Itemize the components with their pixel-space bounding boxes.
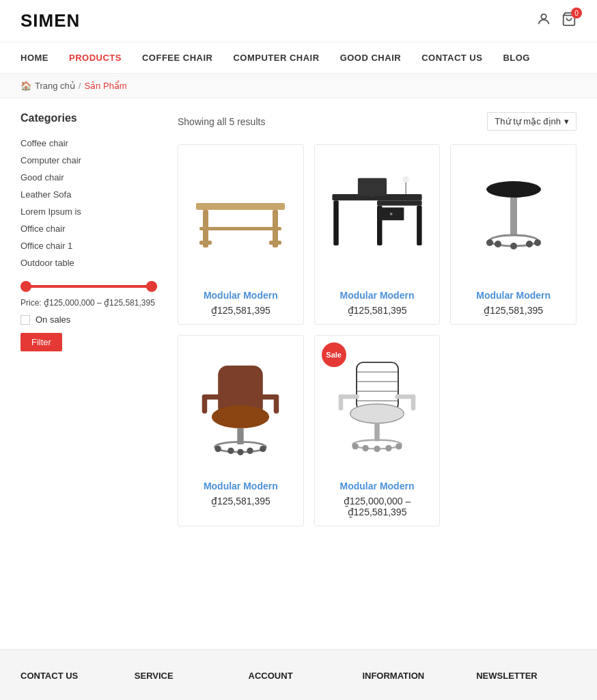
breadcrumb-home-link[interactable]: Trang chủ	[35, 81, 75, 91]
svg-point-53	[395, 443, 402, 449]
product-grid: Modular Modern ₫125,581,395	[178, 144, 577, 526]
footer-contact-title: CONTACT US	[20, 671, 121, 681]
filter-button[interactable]: Filter	[20, 333, 62, 351]
svg-rect-6	[269, 241, 281, 245]
sale-badge: Sale	[322, 342, 346, 367]
header-icons: 0	[536, 12, 577, 30]
breadcrumb-home-icon: 🏠	[20, 81, 31, 91]
svg-point-0	[541, 14, 546, 19]
sort-select[interactable]: Thứ tự mặc định ▾	[487, 112, 577, 131]
on-sales-row: On sales	[20, 314, 157, 325]
footer-col-newsletter: NEWSLETTER	[476, 671, 577, 689]
nav-blog[interactable]: BLOG	[503, 42, 530, 73]
breadcrumb-separator: /	[79, 81, 81, 91]
product-card-5[interactable]: Sale	[314, 335, 441, 526]
product-info-1: Modular Modern ₫125,581,395	[178, 282, 303, 324]
svg-rect-48	[339, 394, 344, 410]
sidebar-item-computer-chair[interactable]: Computer chair	[20, 152, 157, 169]
sidebar-item-lorem-ipsum[interactable]: Lorem Ipsum is	[20, 203, 157, 220]
svg-rect-2	[196, 203, 285, 210]
footer-grid: CONTACT US SERVICE ACCOUNT INFORMATION N…	[20, 671, 577, 689]
footer: CONTACT US SERVICE ACCOUNT INFORMATION N…	[0, 649, 597, 700]
product-card-2[interactable]: Modular Modern ₫125,581,395	[314, 144, 441, 325]
product-info-4: Modular Modern ₫125,581,395	[178, 472, 303, 515]
products-area: Showing all 5 results Thứ tự mặc định ▾	[178, 112, 577, 526]
price-range-thumb-right[interactable]	[146, 281, 157, 292]
sidebar-item-leather-sofa[interactable]: Leather Sofa	[20, 186, 157, 203]
svg-point-38	[247, 448, 253, 454]
nav-coffee-chair[interactable]: COFFEE CHAIR	[142, 42, 213, 73]
svg-point-37	[228, 448, 234, 454]
footer-col-service: SERVICE	[135, 671, 235, 689]
svg-rect-31	[202, 394, 208, 414]
sidebar-item-office-chair[interactable]: Office chair	[20, 220, 157, 237]
svg-point-36	[260, 446, 266, 452]
svg-point-23	[534, 239, 541, 246]
product-price-5: ₫125,000,000 – ₫125,581,395	[323, 496, 432, 517]
product-card-3[interactable]: Modular Modern ₫125,581,395	[450, 144, 577, 325]
sidebar-item-coffee-chair[interactable]: Coffee chair	[20, 135, 157, 152]
footer-newsletter-title: NEWSLETTER	[476, 671, 577, 681]
main-content: Categories Coffee chair Computer chair G…	[0, 98, 597, 540]
footer-col-contact: CONTACT US	[20, 671, 121, 689]
footer-information-title: INFORMATION	[362, 671, 462, 681]
logo: SIMEN	[20, 10, 80, 31]
user-icon[interactable]	[536, 12, 551, 30]
svg-point-45	[350, 404, 404, 423]
product-card-4[interactable]: Modular Modern ₫125,581,395	[178, 335, 304, 526]
sidebar-item-good-chair[interactable]: Good chair	[20, 169, 157, 186]
product-price-3: ₫125,581,395	[459, 305, 568, 316]
nav-contact-us[interactable]: CONTACT US	[421, 42, 482, 73]
breadcrumb: 🏠 Trang chủ / Sản Phẩm	[0, 74, 597, 98]
product-info-3: Modular Modern ₫125,581,395	[451, 282, 576, 324]
svg-point-56	[374, 446, 380, 452]
svg-point-35	[215, 446, 221, 452]
sidebar-item-outdoor-table[interactable]: Outdoor table	[20, 254, 157, 271]
svg-rect-50	[374, 423, 380, 441]
price-range-thumb-left[interactable]	[20, 281, 31, 292]
svg-point-55	[385, 445, 391, 451]
svg-point-54	[362, 445, 368, 451]
on-sales-checkbox[interactable]	[20, 315, 30, 325]
footer-account-title: ACCOUNT	[249, 671, 349, 681]
product-name-1: Modular Modern	[186, 290, 295, 301]
breadcrumb-current: Sản Phẩm	[84, 81, 126, 91]
price-range-fill	[20, 285, 157, 288]
results-count: Showing all 5 results	[178, 116, 265, 127]
svg-point-22	[486, 239, 493, 246]
product-price-4: ₫125,581,395	[186, 496, 295, 507]
svg-point-24	[510, 243, 517, 250]
product-name-2: Modular Modern	[323, 290, 432, 301]
svg-rect-13	[358, 178, 387, 196]
on-sales-label: On sales	[36, 314, 70, 325]
sidebar-item-office-chair-1[interactable]: Office chair 1	[20, 237, 157, 254]
products-header: Showing all 5 results Thứ tự mặc định ▾	[178, 112, 577, 131]
svg-point-25	[495, 241, 501, 247]
product-image-3	[451, 145, 576, 282]
nav-home[interactable]: HOME	[20, 42, 48, 73]
svg-rect-32	[274, 394, 279, 414]
svg-rect-11	[417, 206, 422, 245]
price-range-track[interactable]	[20, 285, 157, 288]
svg-point-28	[212, 405, 269, 429]
svg-point-52	[352, 443, 358, 449]
footer-col-account: ACCOUNT	[249, 671, 349, 689]
svg-rect-49	[411, 394, 416, 410]
sort-label: Thứ tự mặc định	[495, 116, 561, 126]
product-price-1: ₫125,581,395	[186, 305, 295, 316]
footer-service-title: SERVICE	[135, 671, 235, 681]
nav-computer-chair[interactable]: COMPUTER CHAIR	[233, 42, 319, 73]
nav-good-chair[interactable]: GOOD CHAIR	[340, 42, 402, 73]
nav-products[interactable]: PRODUCTS	[69, 42, 122, 73]
svg-point-18	[390, 213, 393, 215]
product-image-4	[178, 336, 303, 472]
spacer	[0, 540, 597, 622]
product-name-4: Modular Modern	[186, 481, 295, 492]
svg-rect-14	[370, 194, 375, 198]
product-image-2	[315, 145, 440, 282]
cart-icon[interactable]: 0	[561, 12, 577, 30]
svg-point-26	[526, 241, 533, 247]
sort-chevron-icon: ▾	[564, 116, 569, 126]
product-card-1[interactable]: Modular Modern ₫125,581,395	[178, 144, 304, 325]
svg-rect-7	[199, 227, 281, 230]
